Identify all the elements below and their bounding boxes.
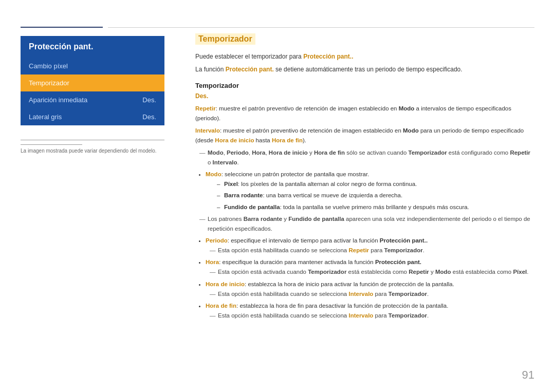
hora-inicio-label: Hora de inicio [206,281,245,287]
sidebar-item-aparicion-label: Aparición inmediata [29,96,87,104]
bullet-modo: Modo: seleccione un patrón protector de … [206,170,534,212]
bullet-periodo: Periodo: especifique el intervalo de tie… [206,236,534,255]
sidebar-item-aparicion[interactable]: Aparición inmediata Des. [21,91,164,108]
bullet-hora: Hora: especifique la duración para mante… [206,257,534,276]
intervalo-ref-2: Intervalo [348,312,373,319]
dash-fundido: Fundido de pantalla: toda la pantalla se… [224,202,534,212]
hora-inicio-note: Esta opción está habilitada cuando se se… [212,289,534,298]
note-block-1: Modo, Periodo, Hora, Hora de inicio y Ho… [201,148,534,167]
hora-note: Esta opción está activada cuando Tempori… [212,267,534,276]
sidebar-item-lateral-label: Lateral gris [29,113,62,121]
repetir-ref: Repetir [348,247,369,253]
sidebar-note-text: La imagen mostrada puede variar dependie… [21,148,164,154]
periodo-note: Esta opción está habilitada cuando se se… [212,246,534,255]
sidebar-title: Protección pant. [21,36,164,58]
sidebar-item-aparicion-value: Des. [142,96,156,104]
bullet-list-2: Periodo: especifique el intervalo de tie… [195,236,534,320]
top-decorative-lines [21,27,534,28]
status-des: Des. [195,92,534,100]
intervalo-label: Intervalo [195,127,220,134]
hora-label: Hora [206,259,219,265]
top-line-accent [21,27,103,28]
intro-text-1: Puede establecer el temporizador para Pr… [195,52,534,62]
page-number: 91 [522,368,534,382]
bullet-list-1: Modo: seleccione un patrón protector de … [195,170,534,212]
hora-inicio-ref: Hora de inicio [215,137,254,143]
intro-text-2: La función Protección pant. se detiene a… [195,65,534,74]
repetir-label: Repetir [195,105,216,111]
intervalo-ref-1: Intervalo [348,291,373,297]
subsection-title: Temporizador [195,82,534,89]
repetir-paragraph: Repetir: muestre el patrón preventivo de… [195,104,534,123]
top-line-main [108,27,534,28]
intro-bold-2: Protección pant. [226,66,274,73]
sidebar-item-temporizador[interactable]: Temporizador [21,74,164,91]
section-title: Temporizador [195,33,255,45]
bullet-hora-fin: Hora de fin: establezca la hora de fin p… [206,301,534,320]
hora-fin-ref: Hora de fin [272,137,303,143]
dash-barra: Barra rodante: una barra vertical se mue… [224,191,534,200]
intervalo-paragraph: Intervalo: muestre el patrón preventivo … [195,126,534,145]
hora-fin-note: Esta opción está habilitada cuando se se… [212,311,534,320]
sidebar-note: La imagen mostrada puede variar dependie… [21,140,164,154]
hora-fin-label: Hora de fin [206,303,236,309]
sidebar-note-divider [21,144,82,145]
note-block-2: Los patrones Barra rodante y Fundido de … [201,214,534,233]
dash-pixel: Píxel: los píxeles de la pantalla altern… [224,179,534,189]
modo-label: Modo [206,171,221,177]
sidebar-item-lateral-value: Des. [142,113,156,121]
sidebar-item-cambio-pixel[interactable]: Cambio píxel [21,58,164,74]
sidebar-item-lateral[interactable]: Lateral gris Des. [21,108,164,125]
sidebar: Protección pant. Cambio píxel Temporizad… [21,36,164,154]
main-content: Temporizador Puede establecer el tempori… [195,33,534,371]
intro-bold-1: Protección pant.. [303,53,353,60]
periodo-label: Periodo [206,237,228,244]
bullet-hora-inicio: Hora de inicio: establezca la hora de in… [206,279,534,298]
